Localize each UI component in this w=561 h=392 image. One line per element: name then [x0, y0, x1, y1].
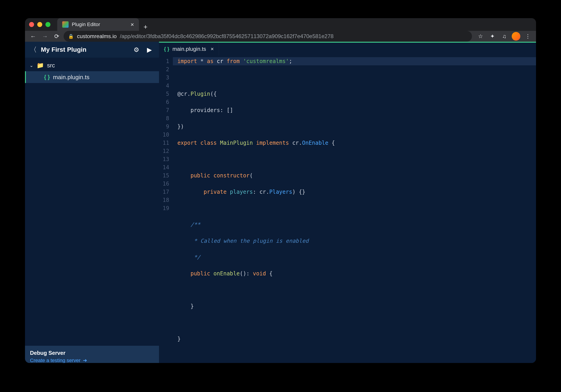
minimize-window-button[interactable] [37, 22, 42, 27]
address-bar[interactable]: 🔒 customrealms.io/app/editor/3fdba35f04d… [64, 31, 472, 42]
folder-label: src [47, 62, 55, 69]
menu-icon[interactable]: ⋮ [523, 31, 533, 41]
maximize-window-button[interactable] [45, 22, 50, 27]
lock-icon: 🔒 [68, 34, 74, 39]
sidebar: 〈 My First Plugin ⚙ ▶ ⌄ 📁 src { } main.p… [25, 42, 159, 363]
settings-button[interactable]: ⚙ [132, 46, 141, 53]
tab-bar: Plugin Editor × + [57, 18, 148, 31]
toolbar-actions: ☆ ✦ ♫ ⋮ [475, 31, 533, 41]
file-label: main.plugin.ts [53, 74, 89, 81]
close-editor-tab-button[interactable]: × [211, 46, 214, 52]
typescript-icon: { } [164, 46, 169, 52]
url-path: /app/editor/3fdba35f04dc8c462986c992bcf8… [120, 33, 334, 40]
titlebar: Plugin Editor × + [25, 18, 536, 31]
code-editor[interactable]: 12345678910111213141516171819 import * a… [159, 55, 536, 363]
bookmark-icon[interactable]: ☆ [475, 31, 485, 41]
window-controls [29, 22, 50, 27]
browser-toolbar: ← → ⟳ 🔒 customrealms.io/app/editor/3fdba… [25, 31, 536, 42]
editor-area: { } main.plugin.ts × 1234567891011121314… [159, 42, 536, 363]
back-icon[interactable]: 〈 [30, 45, 37, 54]
arrow-icon: ➜ [83, 358, 87, 363]
run-button[interactable]: ▶ [145, 46, 154, 53]
file-tree: ⌄ 📁 src { } main.plugin.ts [25, 58, 159, 346]
code-text[interactable]: import * as cr from 'customrealms'; @cr.… [173, 55, 335, 363]
extensions-icon[interactable]: ✦ [487, 31, 497, 41]
sidebar-header: 〈 My First Plugin ⚙ ▶ [25, 42, 159, 58]
media-icon[interactable]: ♫ [499, 31, 509, 41]
forward-button[interactable]: → [40, 31, 50, 41]
reload-button[interactable]: ⟳ [52, 31, 62, 41]
file-row[interactable]: { } main.plugin.ts [25, 71, 159, 83]
app: 〈 My First Plugin ⚙ ▶ ⌄ 📁 src { } main.p… [25, 42, 536, 363]
browser-tab[interactable]: Plugin Editor × [57, 18, 139, 31]
debug-title: Debug Server [30, 350, 154, 356]
editor-tab-label: main.plugin.ts [173, 46, 206, 52]
folder-icon: 📁 [37, 62, 44, 69]
typescript-icon: { } [44, 74, 50, 80]
favicon-icon [62, 21, 69, 28]
create-server-label: Create a testing server [30, 358, 81, 363]
create-server-link[interactable]: Create a testing server ➜ [30, 358, 154, 363]
profile-avatar[interactable] [511, 31, 521, 41]
new-tab-button[interactable]: + [143, 23, 148, 31]
chevron-down-icon: ⌄ [30, 63, 33, 68]
editor-tab[interactable]: { } main.plugin.ts × [159, 43, 219, 55]
line-gutter: 12345678910111213141516171819 [159, 55, 173, 363]
project-title: My First Plugin [41, 46, 128, 53]
close-window-button[interactable] [29, 22, 34, 27]
tab-title: Plugin Editor [72, 21, 100, 27]
debug-panel: Debug Server Create a testing server ➜ [25, 346, 159, 363]
url-host: customrealms.io [77, 33, 117, 40]
folder-row[interactable]: ⌄ 📁 src [25, 60, 159, 71]
browser-window: Plugin Editor × + ← → ⟳ 🔒 customrealms.i… [25, 18, 536, 363]
back-button[interactable]: ← [28, 31, 38, 41]
editor-tabs: { } main.plugin.ts × [159, 42, 536, 55]
close-tab-button[interactable]: × [130, 21, 134, 28]
